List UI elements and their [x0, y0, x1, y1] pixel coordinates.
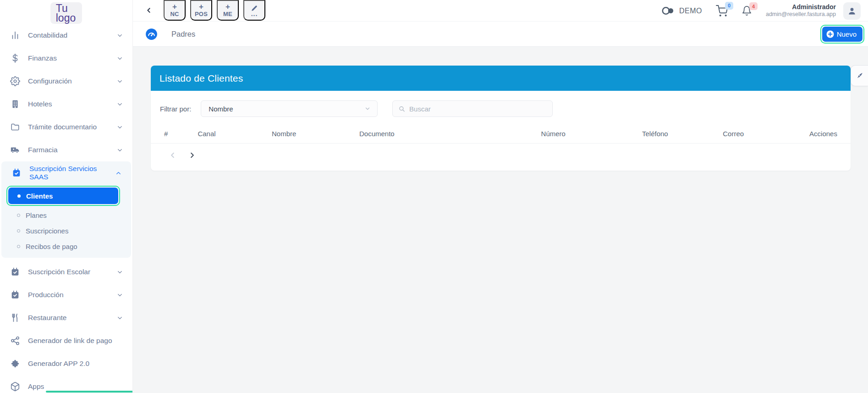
- plus-icon: +: [225, 3, 230, 11]
- dashboard-gauge-icon[interactable]: [145, 28, 158, 40]
- person-icon: [847, 6, 857, 16]
- new-button-highlight-ring: Nuevo: [820, 25, 864, 44]
- chevron-down-icon: [116, 124, 123, 131]
- sidebar-nav: Contabilidad Finanzas Configuración Hote…: [0, 24, 132, 393]
- edit-more-button[interactable]: ...: [243, 0, 265, 21]
- sidebar-item-label: Generador de link de pago: [28, 337, 112, 345]
- sidebar-subitem-suscripciones[interactable]: Suscripciones: [1, 223, 131, 238]
- sidebar-subitem-clientes[interactable]: Clientes: [8, 188, 118, 204]
- chevron-down-icon: [116, 269, 123, 276]
- user-avatar-button[interactable]: [843, 2, 861, 20]
- sidebar-item-contabilidad[interactable]: Contabilidad: [0, 24, 132, 47]
- user-info[interactable]: Administrador admin@reseller.fastura.app: [766, 3, 836, 18]
- sidebar-item-suscripcion-escolar[interactable]: Suscripción Escolar: [0, 260, 132, 283]
- sidebar-item-suscripcion-servicios-saas[interactable]: Suscripción Servicios SAAS: [1, 161, 131, 184]
- calendar-check-icon: [10, 290, 20, 300]
- chevron-down-icon: [116, 78, 123, 85]
- utensils-icon: [10, 313, 20, 323]
- building-icon: [10, 99, 20, 109]
- sidebar-item-generador-link-pago[interactable]: Generador de link de pago: [0, 329, 132, 352]
- chevron-down-icon: [116, 55, 123, 62]
- topbar: + NC + POS + ME ... DEMO: [133, 0, 868, 22]
- new-me-button[interactable]: + ME: [217, 0, 239, 21]
- sidebar-item-label: Producción: [28, 291, 64, 299]
- page-title: Padres: [171, 30, 195, 39]
- new-button[interactable]: Nuevo: [822, 27, 863, 42]
- new-button-label: Nuevo: [837, 30, 857, 38]
- chevron-up-icon: [115, 170, 122, 177]
- column-header-acciones[interactable]: Acciones: [797, 130, 837, 138]
- pagination-prev-button[interactable]: [168, 151, 177, 160]
- sidebar-item-tramite-documentario[interactable]: Trámite documentario: [0, 116, 132, 138]
- sidebar-item-restaurante[interactable]: Restaurante: [0, 306, 132, 329]
- sidebar-collapse-button[interactable]: [139, 0, 158, 21]
- sidebar-item-produccion[interactable]: Producción: [0, 283, 132, 306]
- clientes-highlight-ring: Clientes: [6, 186, 120, 206]
- notifications-badge: 4: [749, 2, 758, 10]
- ellipsis-icon: ...: [251, 11, 258, 16]
- sidebar-subitem-planes[interactable]: Planes: [1, 207, 131, 223]
- chevron-down-icon: [116, 32, 123, 39]
- column-header-telefono[interactable]: Teléfono: [642, 130, 723, 138]
- logo-line2: logo: [56, 13, 76, 23]
- demo-toggle[interactable]: DEMO: [661, 6, 702, 16]
- cube-icon: [10, 382, 20, 392]
- circle-icon: [17, 229, 20, 232]
- calendar-check-icon: [10, 267, 20, 277]
- user-name: Administrador: [766, 3, 836, 11]
- column-header-index[interactable]: #: [164, 130, 198, 138]
- notifications-button[interactable]: 4: [742, 6, 752, 16]
- search-input[interactable]: [409, 105, 547, 113]
- sidebar-item-label: Trámite documentario: [28, 123, 97, 131]
- new-nc-button[interactable]: + NC: [164, 0, 186, 21]
- column-header-correo[interactable]: Correo: [723, 130, 797, 138]
- ambulance-icon: [10, 145, 20, 155]
- paintbrush-icon: [856, 72, 863, 80]
- sidebar-item-label: Suscripción Servicios SAAS: [29, 165, 107, 181]
- filter-select[interactable]: Nombre: [201, 100, 378, 117]
- sidebar-item-farmacia[interactable]: Farmacia: [0, 138, 132, 161]
- filter-label: Filtrar por:: [160, 105, 191, 113]
- bullet-icon: [17, 194, 21, 198]
- calendar-check-icon: [11, 168, 22, 178]
- sidebar-subitem-label: Planes: [26, 211, 47, 219]
- chevron-right-icon: [188, 151, 197, 160]
- cart-button[interactable]: 0: [716, 5, 728, 17]
- search-box: [392, 100, 553, 117]
- sidebar-item-label: Restaurante: [28, 314, 66, 322]
- chevron-down-icon: [116, 101, 123, 108]
- sidebar-item-hoteles[interactable]: Hoteles: [0, 93, 132, 116]
- sidebar-item-label: Farmacia: [28, 146, 58, 154]
- demo-label: DEMO: [679, 7, 702, 15]
- plus-icon: +: [172, 3, 177, 11]
- sidebar-subitem-label: Recibos de pago: [26, 243, 77, 250]
- sidebar-item-label: Hoteles: [28, 100, 52, 108]
- sidebar-group-saas: Suscripción Servicios SAAS Clientes Plan…: [1, 161, 131, 258]
- logo[interactable]: Tu logo: [0, 0, 132, 24]
- chevron-down-icon: [364, 105, 371, 112]
- sidebar-item-generador-app[interactable]: Generador APP 2.0: [0, 352, 132, 375]
- folder-icon: [10, 122, 20, 132]
- plus-circle-icon: [826, 30, 834, 38]
- theme-customizer-tab[interactable]: [851, 65, 868, 86]
- breadcrumb-bar: Padres Nuevo: [133, 22, 868, 47]
- sidebar-scrollbar-thumb[interactable]: [46, 391, 133, 393]
- filter-selected-value: Nombre: [209, 105, 233, 113]
- pagination-next-button[interactable]: [188, 151, 197, 160]
- chevron-down-icon: [116, 315, 123, 321]
- sidebar-item-label: Apps: [28, 382, 44, 391]
- sidebar-subitem-recibos-de-pago[interactable]: Recibos de pago: [1, 238, 131, 254]
- column-header-numero[interactable]: Número: [541, 130, 642, 138]
- sidebar-item-configuracion[interactable]: Configuración: [0, 70, 132, 93]
- sidebar-item-finanzas[interactable]: Finanzas: [0, 47, 132, 70]
- logo-text: Tu logo: [50, 2, 82, 24]
- column-header-canal[interactable]: Canal: [198, 130, 272, 138]
- main-area: + NC + POS + ME ... DEMO: [133, 0, 868, 393]
- panel-title: Listado de Clientes: [159, 73, 243, 84]
- column-header-documento[interactable]: Documento: [359, 130, 541, 138]
- column-header-nombre[interactable]: Nombre: [272, 130, 359, 138]
- chevron-left-icon: [145, 6, 153, 14]
- sidebar-item-label: Finanzas: [28, 54, 57, 62]
- sidebar-subitem-label: Suscripciones: [26, 227, 68, 235]
- new-pos-button[interactable]: + POS: [190, 0, 212, 21]
